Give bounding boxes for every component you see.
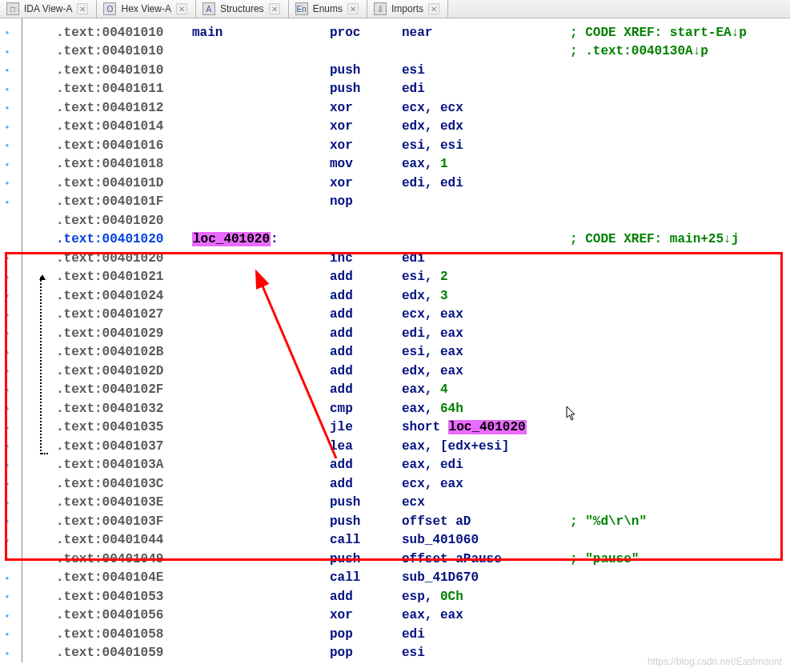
mnemonic: add bbox=[330, 590, 402, 604]
disasm-line[interactable]: .text:0040101Fnop bbox=[0, 193, 790, 212]
tab-close-icon[interactable]: ✕ bbox=[176, 3, 187, 14]
disasm-line[interactable]: .text:00401035jleshort loc_401020 bbox=[0, 418, 790, 438]
disasm-line[interactable]: .text:0040104Ecallsub_41D670 bbox=[0, 569, 790, 588]
comment-col: ; CODE XREF: start-EAp bbox=[570, 26, 747, 40]
disasm-line[interactable]: .text:00401012xorecx, ecx bbox=[0, 98, 790, 118]
disasm-line[interactable]: .text:00401018moveax, 1 bbox=[0, 155, 790, 174]
disasm-line[interactable]: .text:00401016xoresi, esi bbox=[0, 136, 790, 155]
address: .text:0040103C bbox=[56, 477, 192, 491]
breakpoint-gutter[interactable] bbox=[0, 349, 14, 356]
disasm-line[interactable]: .text:0040102Baddesi, eax bbox=[0, 343, 790, 362]
disasm-line[interactable]: .text:00401014xoredx, edx bbox=[0, 118, 790, 137]
disasm-line[interactable]: .text:00401049pushoffset aPause; "pause" bbox=[0, 550, 790, 569]
disasm-line[interactable]: .text:0040102Daddedx, eax bbox=[0, 362, 790, 381]
disasm-line[interactable]: .text:0040103Aaddeax, edi bbox=[0, 456, 790, 475]
address: .text:00401035 bbox=[56, 420, 192, 434]
breakpoint-gutter[interactable] bbox=[0, 123, 14, 130]
disasm-line[interactable]: .text:0040103Epushecx bbox=[0, 494, 790, 513]
disasm-line[interactable]: .text:00401053addesp, 0Ch bbox=[0, 587, 790, 606]
disasm-line[interactable]: .text:00401024addedx, 3 bbox=[0, 286, 790, 306]
breakpoint-gutter[interactable] bbox=[0, 311, 14, 318]
disasm-line[interactable]: .text:00401020incedi bbox=[0, 249, 790, 268]
operands: sub_401060 bbox=[402, 533, 570, 547]
disasm-line[interactable]: .text:00401056xoreax, eax bbox=[0, 606, 790, 626]
mnemonic: push bbox=[330, 552, 402, 566]
tab-close-icon[interactable]: ✕ bbox=[428, 3, 439, 14]
breakpoint-gutter[interactable] bbox=[0, 330, 14, 337]
breakpoint-gutter[interactable] bbox=[0, 442, 14, 450]
disasm-line[interactable]: .text:00401032cmpeax, 64h bbox=[0, 399, 790, 418]
address: .text:00401010 bbox=[56, 63, 192, 78]
breakpoint-gutter[interactable] bbox=[0, 254, 14, 262]
disasm-line[interactable]: .text:00401010; .text:0040130Ap bbox=[0, 42, 790, 62]
breakpoint-gutter[interactable] bbox=[0, 104, 14, 111]
highlighted-target[interactable]: loc_401020 bbox=[448, 420, 527, 434]
operands: esi, 2 bbox=[402, 270, 570, 284]
breakpoint-gutter[interactable] bbox=[0, 650, 14, 657]
address: .text:00401056 bbox=[56, 608, 192, 622]
tab-icon: □ bbox=[6, 2, 19, 15]
address: .text:00401053 bbox=[56, 590, 192, 604]
breakpoint-gutter[interactable] bbox=[0, 405, 14, 412]
disasm-line[interactable]: .text:00401010mainprocnear; CODE XREF: s… bbox=[0, 23, 790, 42]
highlighted-label[interactable]: loc_401020 bbox=[192, 232, 271, 246]
breakpoint-gutter[interactable] bbox=[0, 518, 14, 525]
operands: edx, eax bbox=[402, 364, 570, 378]
disasm-line[interactable]: .text:00401020 bbox=[0, 211, 790, 230]
disassembly-view[interactable]: .text:00401010mainprocnear; CODE XREF: s… bbox=[0, 18, 790, 662]
disasm-line[interactable]: .text:00401011pushedi bbox=[0, 80, 790, 99]
disasm-line[interactable]: .text:00401027addecx, eax bbox=[0, 306, 790, 325]
breakpoint-gutter[interactable] bbox=[0, 462, 14, 469]
disasm-line[interactable]: .text:0040103Fpushoffset aD; "%d\r\n" bbox=[0, 512, 790, 531]
breakpoint-gutter[interactable] bbox=[0, 66, 14, 74]
symbol-label[interactable]: main bbox=[192, 26, 223, 40]
breakpoint-gutter[interactable] bbox=[0, 612, 14, 619]
breakpoint-gutter[interactable] bbox=[0, 367, 14, 374]
breakpoint-gutter[interactable] bbox=[0, 424, 14, 431]
operands: esi, eax bbox=[402, 345, 570, 359]
breakpoint-gutter[interactable] bbox=[0, 555, 14, 562]
tab-ida-view-a[interactable]: □IDA View-A✕ bbox=[0, 0, 97, 18]
disasm-line[interactable]: .text:00401020loc_401020:; CODE XREF: ma… bbox=[0, 230, 790, 250]
tab-structures[interactable]: AStructures✕ bbox=[196, 0, 289, 18]
breakpoint-gutter[interactable] bbox=[0, 198, 14, 206]
breakpoint-gutter[interactable] bbox=[0, 537, 14, 544]
address: .text:00401016 bbox=[56, 138, 192, 153]
operands: esi bbox=[402, 646, 570, 660]
tab-close-icon[interactable]: ✕ bbox=[347, 3, 359, 14]
tab-hex-view-a[interactable]: OHex View-A✕ bbox=[97, 0, 195, 18]
breakpoint-gutter[interactable] bbox=[0, 48, 14, 55]
tab-enums[interactable]: EnEnums✕ bbox=[289, 0, 367, 18]
mnemonic: xor bbox=[330, 176, 402, 190]
breakpoint-gutter[interactable] bbox=[0, 292, 14, 299]
tab-close-icon[interactable]: ✕ bbox=[77, 3, 88, 14]
disasm-line[interactable]: .text:00401010pushesi bbox=[0, 61, 790, 80]
mnemonic: push bbox=[330, 63, 402, 78]
disasm-line[interactable]: .text:00401044callsub_401060 bbox=[0, 531, 790, 550]
operands: ecx, eax bbox=[402, 307, 570, 322]
breakpoint-gutter[interactable] bbox=[0, 274, 14, 281]
tab-close-icon[interactable]: ✕ bbox=[269, 3, 280, 14]
label-col: main bbox=[192, 26, 330, 40]
disasm-line[interactable]: .text:0040101Dxoredi, edi bbox=[0, 174, 790, 193]
disasm-line[interactable]: .text:0040102Faddeax, 4 bbox=[0, 381, 790, 400]
breakpoint-gutter[interactable] bbox=[0, 142, 14, 149]
disasm-line[interactable]: .text:00401029addedi, eax bbox=[0, 324, 790, 343]
disasm-line[interactable]: .text:00401037leaeax, [edx+esi] bbox=[0, 437, 790, 456]
breakpoint-gutter[interactable] bbox=[0, 179, 14, 186]
tab-imports[interactable]: ⇩Imports✕ bbox=[367, 0, 448, 18]
breakpoint-gutter[interactable] bbox=[0, 630, 14, 638]
breakpoint-gutter[interactable] bbox=[0, 499, 14, 506]
breakpoint-gutter[interactable] bbox=[0, 593, 14, 600]
address: .text:00401021 bbox=[56, 270, 192, 284]
mnemonic: add bbox=[330, 289, 402, 303]
breakpoint-gutter[interactable] bbox=[0, 574, 14, 582]
breakpoint-gutter[interactable] bbox=[0, 29, 14, 36]
disasm-line[interactable]: .text:00401021addesi, 2 bbox=[0, 268, 790, 287]
disasm-line[interactable]: .text:0040103Caddecx, eax bbox=[0, 474, 790, 494]
breakpoint-gutter[interactable] bbox=[0, 386, 14, 394]
disasm-line[interactable]: .text:00401058popedi bbox=[0, 625, 790, 644]
breakpoint-gutter[interactable] bbox=[0, 161, 14, 168]
breakpoint-gutter[interactable] bbox=[0, 480, 14, 487]
breakpoint-gutter[interactable] bbox=[0, 86, 14, 93]
